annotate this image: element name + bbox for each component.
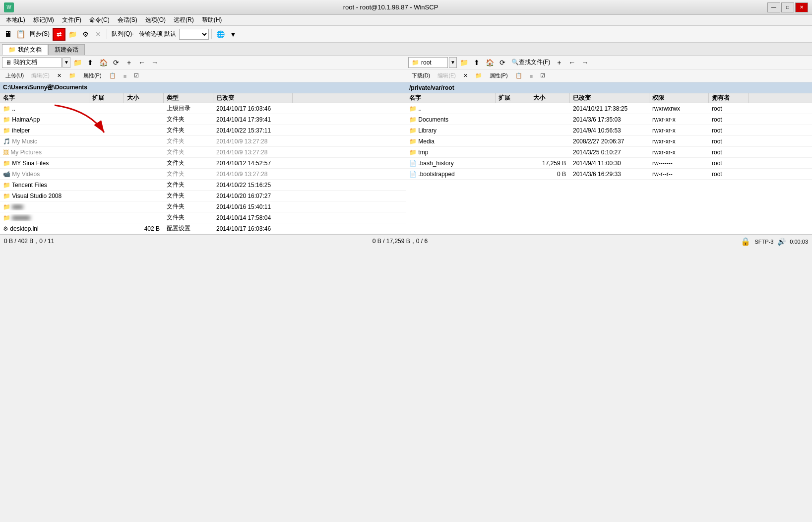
right-col-modified[interactable]: 已改变 bbox=[570, 93, 649, 103]
menu-mark[interactable]: 标记(M) bbox=[29, 15, 58, 25]
toolbar-btn-5[interactable]: ✕ bbox=[92, 28, 104, 40]
folder-icon: 📁 bbox=[409, 127, 417, 134]
left-tb-btn5[interactable]: + bbox=[123, 57, 135, 68]
right-tb-btn3[interactable]: 🏠 bbox=[484, 57, 496, 68]
edit-button-right[interactable]: 编辑(E) bbox=[434, 71, 459, 81]
left-col-modified[interactable]: 已改变 bbox=[213, 93, 293, 103]
menu-local[interactable]: 本地(L) bbox=[2, 15, 29, 25]
right-tb-btn2[interactable]: ⬆ bbox=[471, 57, 483, 68]
menu-file[interactable]: 文件(F) bbox=[58, 15, 85, 25]
right-col-size[interactable]: 大小 bbox=[530, 93, 570, 103]
left-tb-btn3[interactable]: 🏠 bbox=[97, 57, 109, 68]
left-row-ihelper[interactable]: 📁 ihelper 文件夹 2014/10/22 15:37:11 bbox=[0, 125, 406, 136]
left-row-desktop-ini[interactable]: ⚙ desktop.ini 402 B 配置设置 2014/10/17 16:0… bbox=[0, 223, 406, 234]
minimize-button[interactable]: — bbox=[767, 2, 780, 12]
left-path-dropdown[interactable]: ▼ bbox=[62, 57, 70, 68]
tab-my-docs[interactable]: 📁 我的文档 bbox=[2, 44, 48, 55]
right-path-input[interactable]: 📁 root bbox=[408, 57, 448, 68]
other-right-1[interactable]: 📋 bbox=[512, 71, 526, 81]
menu-options[interactable]: 选项(O) bbox=[141, 15, 170, 25]
right-file-list-header: 名字 扩展 大小 已改变 权限 拥有者 bbox=[406, 93, 812, 103]
right-tb-btn4[interactable]: ⟳ bbox=[497, 57, 508, 68]
props-button-left[interactable]: 属性(P) bbox=[80, 71, 105, 81]
right-row-bootstrapped[interactable]: 📄 .bootstrapped 0 B 2014/3/6 16:29:33 rw… bbox=[406, 169, 812, 180]
left-path-input[interactable]: 🖥 我的文档 bbox=[2, 57, 62, 68]
status-right: 🔒 SFTP-3 🔊 0:00:03 bbox=[741, 237, 808, 246]
left-row-my-pictures[interactable]: 🖼 My Pictures 文件夹 2014/10/9 13:27:28 bbox=[0, 147, 406, 158]
left-row-blurred1[interactable]: 📁 ■■■ 文件夹 2014/10/16 15:40:11 bbox=[0, 201, 406, 212]
toolbar-sync[interactable]: ⇄ bbox=[53, 28, 65, 41]
other-left-1[interactable]: 📋 bbox=[106, 71, 120, 81]
right-row-parent[interactable]: 📁 .. 2014/10/21 17:38:25 rwxrwxrwx root bbox=[406, 103, 812, 114]
folder-icon: 📁 bbox=[3, 193, 10, 199]
left-row-haimaapp[interactable]: 📁 HaimaApp 文件夹 2014/10/14 17:39:41 bbox=[0, 114, 406, 125]
other-right-2[interactable]: ≡ bbox=[526, 71, 536, 81]
other-left-3[interactable]: ☑ bbox=[130, 71, 142, 81]
folder-icon: 📁 bbox=[409, 138, 417, 145]
right-tb-btn5[interactable]: + bbox=[553, 57, 565, 68]
left-row-parent[interactable]: 📁 .. 上级目录 2014/10/17 16:03:46 bbox=[0, 103, 406, 114]
right-tb-arrows2[interactable]: → bbox=[579, 57, 591, 68]
menu-bar: 本地(L) 标记(M) 文件(F) 命令(C) 会话(S) 选项(O) 远程(R… bbox=[0, 15, 812, 26]
transfer-dropdown[interactable] bbox=[179, 29, 209, 40]
create-dir-left[interactable]: 📁 bbox=[65, 71, 79, 81]
right-row-library[interactable]: 📁 Library 2014/9/4 10:56:53 rwxr-xr-x ro… bbox=[406, 125, 812, 136]
right-col-ext[interactable]: 扩展 bbox=[496, 93, 530, 103]
toolbar-btn-1[interactable]: 🖥 bbox=[2, 28, 14, 40]
maximize-button[interactable]: □ bbox=[781, 2, 794, 12]
other-left-2[interactable]: ≡ bbox=[120, 71, 130, 81]
right-path-dropdown[interactable]: ▼ bbox=[449, 57, 457, 68]
left-file-list: 📁 .. 上级目录 2014/10/17 16:03:46 📁 HaimaApp… bbox=[0, 103, 406, 234]
tab-my-docs-label: 我的文档 bbox=[18, 46, 42, 54]
menu-command[interactable]: 命令(C) bbox=[85, 15, 114, 25]
left-col-size[interactable]: 大小 bbox=[124, 93, 164, 103]
right-row-media[interactable]: 📁 Media 2008/2/27 20:06:37 rwxr-xr-x roo… bbox=[406, 136, 812, 147]
download-button[interactable]: 下载(D) bbox=[408, 71, 434, 81]
left-row-tencent[interactable]: 📁 Tencent Files 文件夹 2014/10/22 15:16:25 bbox=[0, 180, 406, 191]
delete-button-left[interactable]: ✕ bbox=[54, 71, 65, 81]
pane-wrapper: 🖥 我的文档 ▼ 📁 ⬆ 🏠 ⟳ + ← → 上传(U) 编辑(E) ✕ 📁 属… bbox=[0, 56, 812, 234]
left-pane-toolbar: 🖥 我的文档 ▼ 📁 ⬆ 🏠 ⟳ + ← → bbox=[0, 56, 406, 69]
left-col-ext[interactable]: 扩展 bbox=[89, 93, 124, 103]
toolbar-globe[interactable]: 🌐 bbox=[214, 28, 226, 40]
close-button[interactable]: ✕ bbox=[795, 2, 808, 12]
right-col-name[interactable]: 名字 bbox=[406, 93, 496, 103]
left-col-name[interactable]: 名字 bbox=[0, 93, 89, 103]
upload-button[interactable]: 上传(U) bbox=[2, 71, 27, 81]
right-row-bash-history[interactable]: 📄 .bash_history 17,259 B 2014/9/4 11:00:… bbox=[406, 158, 812, 169]
right-col-perms[interactable]: 权限 bbox=[649, 93, 709, 103]
edit-button-left[interactable]: 编辑(E) bbox=[28, 71, 53, 81]
left-tb-btn4[interactable]: ⟳ bbox=[110, 57, 122, 68]
other-right-3[interactable]: ☑ bbox=[537, 71, 549, 81]
left-tb-arrows2[interactable]: → bbox=[149, 57, 161, 68]
left-tb-btn1[interactable]: 📁 bbox=[71, 57, 83, 68]
left-col-type[interactable]: 类型 bbox=[164, 93, 213, 103]
toolbar-btn-2[interactable]: 📋 bbox=[15, 28, 27, 40]
left-row-my-sina[interactable]: 📁 MY Sina Files 文件夹 2014/10/12 14:52:57 bbox=[0, 158, 406, 169]
toolbar-btn-3[interactable]: 📁 bbox=[66, 28, 78, 40]
toolbar-down[interactable]: ▼ bbox=[227, 28, 239, 40]
create-dir-right[interactable]: 📁 bbox=[472, 71, 486, 81]
left-row-blurred2[interactable]: 📁 ■■■■■ 文件夹 2014/10/14 17:58:04 bbox=[0, 212, 406, 223]
right-row-tmp[interactable]: 📁 tmp 2014/3/25 0:10:27 rwxr-xr-x root bbox=[406, 147, 812, 158]
menu-help[interactable]: 帮助(H) bbox=[198, 15, 226, 25]
right-path-icon: 📁 bbox=[412, 59, 419, 66]
right-row-documents[interactable]: 📁 Documents 2014/3/6 17:35:03 rwxr-xr-x … bbox=[406, 114, 812, 125]
left-row-vs2008[interactable]: 📁 Visual Studio 2008 文件夹 2014/10/20 16:0… bbox=[0, 191, 406, 201]
right-col-owner[interactable]: 拥有者 bbox=[709, 93, 749, 103]
right-path-header-text: /private/var/root bbox=[409, 84, 454, 91]
left-row-my-videos[interactable]: 📹 My Videos 文件夹 2014/10/9 13:27:28 bbox=[0, 169, 406, 180]
file-icon: 📄 bbox=[409, 171, 417, 178]
right-tb-btn1[interactable]: 📁 bbox=[458, 57, 470, 68]
props-button-right[interactable]: 属性(P) bbox=[486, 71, 511, 81]
delete-button-right[interactable]: ✕ bbox=[460, 71, 471, 81]
right-tb-arrows[interactable]: ← bbox=[566, 57, 578, 68]
menu-remote[interactable]: 远程(R) bbox=[170, 15, 198, 25]
left-tb-btn2[interactable]: ⬆ bbox=[84, 57, 96, 68]
right-status-text: 0 B / 17,259 B，0 / 6 bbox=[373, 238, 428, 245]
left-tb-arrows[interactable]: ← bbox=[136, 57, 148, 68]
left-row-my-music[interactable]: 🎵 My Music 文件夹 2014/10/9 13:27:28 bbox=[0, 136, 406, 147]
toolbar-btn-4[interactable]: ⚙ bbox=[79, 28, 91, 40]
menu-session[interactable]: 会话(S) bbox=[114, 15, 141, 25]
tab-new-session[interactable]: 新建会话 bbox=[48, 44, 85, 55]
